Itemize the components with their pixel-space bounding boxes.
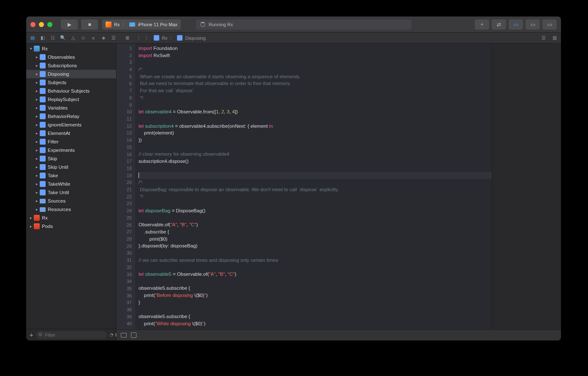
nav-item-ignoreelements[interactable]: ignoreElements: [26, 121, 116, 129]
quicklook-icon[interactable]: [121, 333, 127, 338]
stop-button[interactable]: ■: [81, 19, 98, 30]
issue-navigator-icon[interactable]: △: [69, 34, 77, 42]
scheme-selector[interactable]: Rx 〉 iPhone 11 Pro Max: [102, 19, 181, 30]
code-line[interactable]: [139, 214, 492, 222]
code-line[interactable]: [139, 102, 492, 109]
nav-item-filter[interactable]: Filter: [26, 137, 116, 146]
nav-item-observables[interactable]: Observables: [26, 53, 116, 61]
code-line[interactable]: observable5.subscribe {: [139, 313, 492, 320]
code-line[interactable]: observable5.subscribe {: [139, 285, 492, 292]
code-line[interactable]: subscription4.dispose(): [139, 158, 492, 165]
line-gutter[interactable]: 1234567891011121314151617181920212223242…: [117, 44, 135, 329]
code-line[interactable]: [139, 250, 492, 257]
code-line[interactable]: /*:: [139, 66, 492, 73]
code-line[interactable]: But we need to terminate that observable…: [139, 80, 492, 87]
code-line[interactable]: [139, 165, 492, 172]
code-line[interactable]: print("While disposing \($0)"): [139, 320, 492, 327]
nav-forward-icon[interactable]: 〉: [144, 34, 151, 42]
nav-item-pods[interactable]: Pods: [26, 222, 116, 231]
library-button[interactable]: ＋: [475, 19, 489, 30]
code-review-button[interactable]: ⇄: [492, 19, 506, 30]
code-line[interactable]: let disposeBag = DisposeBag(): [139, 207, 492, 214]
nav-item-replaysubject[interactable]: ReplaySubject: [26, 95, 116, 104]
code-line[interactable]: [139, 306, 492, 313]
code-line[interactable]: [139, 59, 492, 66]
nav-item-takewhile[interactable]: TakeWhile: [26, 180, 116, 188]
code-line[interactable]: print($0): [139, 236, 492, 243]
code-line[interactable]: [139, 200, 492, 207]
code-line[interactable]: // we can subcribe several times and dis…: [139, 257, 492, 264]
nav-item-elementat[interactable]: ElementAt: [26, 129, 116, 137]
nav-item-disposing[interactable]: Disposing: [26, 70, 116, 78]
nav-item-rx[interactable]: Rx: [26, 214, 116, 222]
navigator-sidebar: RxObservablesSubscriptionsDisposingSubje…: [26, 44, 117, 340]
code-line[interactable]: [139, 278, 492, 285]
breadcrumb-root[interactable]: Rx: [162, 36, 167, 41]
nav-item-behaviour-subjects[interactable]: Behaviour Subjects: [26, 87, 116, 95]
activity-status[interactable]: Running Rx: [196, 19, 411, 30]
code-line[interactable]: import Foundation: [139, 45, 492, 52]
report-navigator-icon[interactable]: ☰: [110, 34, 117, 42]
code-line[interactable]: print(element): [139, 129, 492, 137]
code-line[interactable]: */: [139, 193, 492, 200]
code-line[interactable]: DisposeBag: responsible to dispose an ob…: [139, 186, 492, 193]
minimize-button[interactable]: [39, 22, 44, 27]
editor-area: 1234567891011121314151617181920212223242…: [117, 44, 561, 340]
code-line[interactable]: /*:: [139, 179, 492, 186]
nav-item-variables[interactable]: Variables: [26, 104, 116, 112]
editor-options-icon[interactable]: ☰: [540, 34, 547, 42]
code-line[interactable]: import RxSwift: [139, 52, 492, 59]
code-line[interactable]: For that we call `dispose`: [139, 87, 492, 94]
code-line[interactable]: print("Before disposing \($0)"): [139, 292, 492, 299]
nav-item-resources[interactable]: Resources: [26, 205, 116, 214]
code-line[interactable]: let subscription4 = observable4.subscrib…: [139, 123, 492, 130]
toggle-navigator-button[interactable]: ▭: [509, 19, 523, 30]
nav-item-take[interactable]: Take: [26, 171, 116, 180]
nav-item-subjects[interactable]: Subjects: [26, 78, 116, 87]
results-mode-icon[interactable]: [131, 332, 136, 338]
run-button[interactable]: ▶: [61, 19, 78, 30]
close-button[interactable]: [30, 22, 35, 27]
filter-input[interactable]: [36, 331, 107, 339]
code-line[interactable]: // clear memory for observing observable…: [139, 151, 492, 158]
code-line[interactable]: let observable4 = Observable.from([1, 2,…: [139, 108, 492, 115]
nav-item-take-until[interactable]: Take Until: [26, 188, 116, 197]
test-navigator-icon[interactable]: ◇: [79, 34, 87, 42]
add-file-button[interactable]: +: [30, 331, 33, 338]
code-line[interactable]: }.disposed(by: disposeBag): [139, 242, 492, 250]
project-navigator-tree[interactable]: RxObservablesSubscriptionsDisposingSubje…: [26, 44, 116, 329]
code-line[interactable]: Observable.of("A", "B", "C"): [139, 221, 492, 228]
code-line[interactable]: .subscribe {: [139, 228, 492, 236]
project-navigator-icon[interactable]: ▤: [29, 34, 36, 42]
breakpoint-navigator-icon[interactable]: ◈: [100, 34, 107, 42]
nav-item-sources[interactable]: Sources: [26, 197, 116, 205]
toggle-debug-button[interactable]: ▭: [525, 19, 540, 30]
toggle-inspector-button[interactable]: ▭: [542, 19, 557, 30]
nav-item-behaviorrelay[interactable]: BehaviorRelay: [26, 112, 116, 121]
debug-navigator-icon[interactable]: ≡: [90, 34, 97, 42]
nav-item-skip[interactable]: Skip: [26, 154, 116, 163]
code-line[interactable]: let observable5 = Observable.of("A", "B"…: [139, 271, 492, 278]
nav-item-experiments[interactable]: Experiments: [26, 146, 116, 154]
code-line[interactable]: */: [139, 94, 492, 102]
find-navigator-icon[interactable]: 🔍: [59, 34, 67, 42]
code-line[interactable]: }): [139, 137, 492, 144]
nav-back-icon[interactable]: 〈: [133, 34, 141, 42]
related-items-icon[interactable]: ⊞: [123, 34, 131, 42]
breadcrumb-file[interactable]: Disposing: [185, 36, 205, 41]
code-line[interactable]: }: [139, 299, 492, 306]
code-line[interactable]: [139, 115, 492, 123]
code-line[interactable]: [139, 263, 492, 271]
nav-item-skip-until[interactable]: Skip Until: [26, 163, 116, 171]
code-line[interactable]: When we create an observable it starts o…: [139, 73, 492, 80]
source-code[interactable]: import Foundationimport RxSwift/*: When …: [135, 44, 492, 329]
code-line[interactable]: [139, 172, 492, 179]
recent-filter-icon[interactable]: ◔: [109, 332, 114, 338]
zoom-button[interactable]: [47, 22, 52, 27]
nav-item-rx[interactable]: Rx: [26, 44, 116, 53]
add-editor-icon[interactable]: ▥: [551, 34, 558, 42]
nav-item-subscriptions[interactable]: Subscriptions: [26, 61, 116, 70]
symbol-navigator-icon[interactable]: ☷: [49, 34, 57, 42]
source-control-navigator-icon[interactable]: ◧: [39, 34, 46, 42]
code-line[interactable]: [139, 144, 492, 151]
